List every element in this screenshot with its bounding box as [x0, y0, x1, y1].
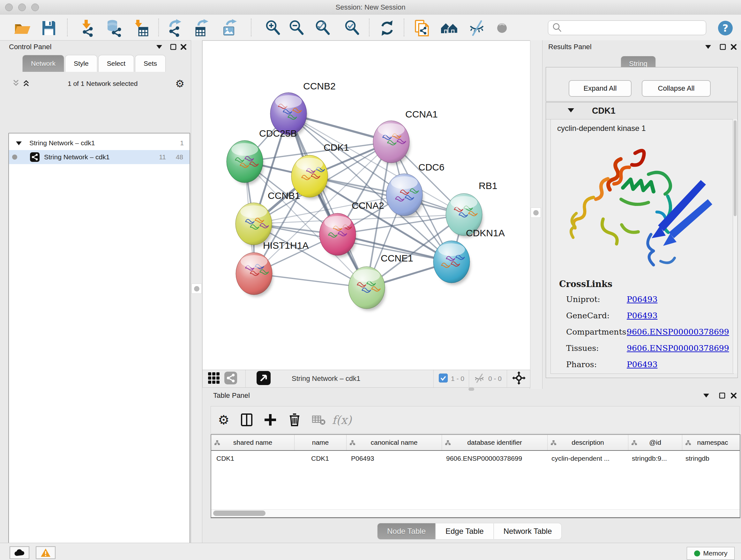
houses-icon: [441, 19, 458, 37]
column-header-canonical-name[interactable]: canonical name: [347, 435, 442, 450]
collapse-all-chevron-icon[interactable]: [12, 79, 20, 88]
table-cell[interactable]: P06493: [346, 455, 441, 462]
open-session-button[interactable]: [12, 18, 31, 38]
crosslink-link[interactable]: P06493: [627, 360, 725, 369]
node-position-reset-button[interactable]: [512, 371, 526, 386]
zoom-fit-button[interactable]: [313, 18, 333, 38]
table-cell[interactable]: cyclin-dependent ...: [546, 455, 627, 462]
detach-view-button[interactable]: [257, 371, 271, 386]
table-panel-menu-button[interactable]: [702, 391, 711, 400]
column-header-database-identifier[interactable]: database identifier: [442, 435, 548, 450]
network-tree-header: 1 of 1 Network selected ⚙: [8, 75, 189, 92]
zoom-in-button[interactable]: [264, 18, 283, 38]
help-button[interactable]: ?: [716, 18, 735, 38]
first-neighbors-button[interactable]: [440, 18, 459, 38]
zoom-selected-button[interactable]: [343, 18, 362, 38]
control-panel-float-button[interactable]: [169, 43, 178, 51]
tab-network[interactable]: Network: [22, 55, 64, 72]
protein-section-header[interactable]: CDK1: [546, 103, 738, 119]
left-splitter[interactable]: [191, 40, 202, 543]
table-panel-close-button[interactable]: [730, 391, 738, 400]
import-table-from-file-button[interactable]: [131, 18, 150, 38]
tab-network-table[interactable]: Network Table: [494, 523, 562, 540]
crosslink-link[interactable]: 9606.ENSP00000378699: [627, 327, 729, 336]
crosslink-link[interactable]: P06493: [627, 295, 725, 304]
hidden-eye-slash-icon[interactable]: [474, 373, 485, 384]
expand-all-button[interactable]: Expand All: [569, 80, 631, 97]
table-panel-float-button[interactable]: [718, 391, 726, 400]
left-splitter-handle[interactable]: [192, 284, 202, 294]
memory-button[interactable]: Memory: [687, 547, 735, 560]
results-scrollbar[interactable]: [733, 119, 737, 373]
table-cell[interactable]: 9606.ENSP00000378699: [441, 455, 546, 462]
crosslink-link[interactable]: 9606.ENSP00000378699: [627, 344, 729, 353]
delete-table-button[interactable]: [309, 407, 329, 433]
column-header-description[interactable]: description: [548, 435, 628, 450]
results-panel-close-button[interactable]: [730, 43, 738, 51]
table-cell[interactable]: CDK1: [211, 455, 294, 462]
tab-edge-table[interactable]: Edge Table: [436, 523, 493, 540]
table-horizontal-scrollbar[interactable]: [211, 509, 740, 517]
tab-style[interactable]: Style: [65, 55, 97, 72]
save-session-button[interactable]: [39, 18, 58, 38]
search-input[interactable]: [563, 22, 706, 34]
table-cell[interactable]: CDK1: [294, 455, 346, 462]
tree-options-gear-icon[interactable]: ⚙: [175, 78, 185, 89]
table-cell[interactable]: stringdb: [680, 455, 740, 462]
add-column-button[interactable]: [260, 407, 280, 433]
network-collection-row[interactable]: String Network – cdk1 1: [9, 136, 190, 150]
string-view-toggle-button[interactable]: [224, 372, 237, 386]
collection-expand-triangle-icon[interactable]: [16, 139, 22, 147]
refresh-view-button[interactable]: [378, 18, 397, 38]
right-splitter[interactable]: [530, 40, 542, 389]
show-columns-button[interactable]: [237, 407, 257, 433]
node-CCNE1[interactable]: CCNE1: [348, 253, 413, 311]
expand-all-chevron-icon[interactable]: [22, 79, 30, 88]
export-table-button[interactable]: [193, 18, 212, 38]
network-node-count: 11: [159, 153, 166, 161]
table-row[interactable]: CDK1CDK1P064939606.ENSP00000378699cyclin…: [211, 451, 740, 466]
node-label-CCNB2: CCNB2: [303, 81, 336, 91]
section-collapse-triangle-icon[interactable]: [568, 108, 574, 114]
function-builder-button[interactable]: f(x): [332, 407, 352, 433]
import-network-from-database-button[interactable]: [104, 18, 123, 38]
control-panel-menu-button[interactable]: [155, 43, 163, 51]
hide-selected-button[interactable]: [467, 18, 486, 38]
column-header--id[interactable]: @id: [628, 435, 682, 450]
column-header-namespac[interactable]: namespac: [682, 435, 740, 450]
column-header-shared-name[interactable]: shared name: [211, 435, 294, 450]
zoom-out-button[interactable]: [287, 18, 307, 38]
table-cell[interactable]: stringdb:9...: [627, 455, 680, 462]
selected-checkbox[interactable]: [439, 374, 448, 384]
control-panel-close-button[interactable]: [179, 43, 188, 51]
delete-column-button[interactable]: [284, 407, 305, 433]
network-row[interactable]: String Network – cdk1 11 48: [9, 150, 190, 164]
collection-count: 1: [180, 139, 184, 147]
node-CDC6[interactable]: CDC6: [386, 162, 445, 218]
export-image-button[interactable]: [220, 18, 240, 38]
birds-eye-view-button[interactable]: [208, 372, 220, 385]
warnings-button[interactable]: [36, 546, 56, 559]
column-header-name[interactable]: name: [294, 435, 347, 450]
node-HIST1H1A[interactable]: HIST1H1A: [236, 240, 309, 297]
show-all-button[interactable]: [492, 18, 512, 38]
export-network-button[interactable]: [166, 18, 185, 38]
node-CCNA1[interactable]: CCNA1: [373, 109, 438, 165]
cloud-status-button[interactable]: [10, 546, 29, 559]
right-splitter-handle[interactable]: [531, 207, 541, 218]
control-panel-tabs: NetworkStyleSelectSets: [22, 55, 166, 72]
tab-sets[interactable]: Sets: [135, 55, 165, 72]
table-settings-gear-icon[interactable]: ⚙: [213, 407, 234, 433]
tab-node-table[interactable]: Node Table: [377, 523, 435, 540]
tab-select[interactable]: Select: [98, 55, 134, 72]
collapse-all-button[interactable]: Collapse All: [642, 80, 711, 97]
import-network-from-file-button[interactable]: [77, 18, 96, 38]
crosslink-link[interactable]: P06493: [627, 311, 725, 320]
network-tree: String Network – cdk1 1 String Network –…: [8, 133, 190, 560]
node-label-RB1: RB1: [479, 180, 497, 191]
results-panel-menu-button[interactable]: [704, 43, 712, 51]
node-CDKN1A[interactable]: CDKN1A: [433, 228, 505, 285]
network-canvas[interactable]: CCNB2CCNA1CDC25BCDK1CDC6RB1CCNB1CCNA2CDK…: [202, 41, 530, 370]
results-panel-float-button[interactable]: [719, 43, 727, 51]
clone-network-button[interactable]: [412, 18, 431, 38]
